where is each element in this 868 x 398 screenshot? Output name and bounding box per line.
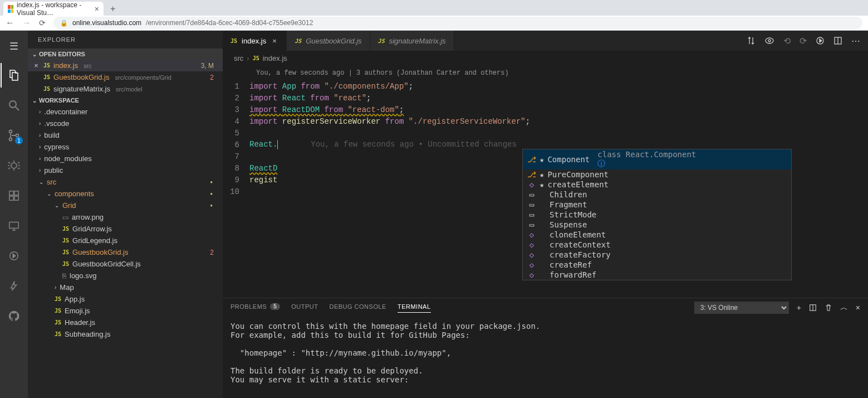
reload-button[interactable]: ⟳ <box>39 18 46 27</box>
folder-item[interactable]: ⌄Grid● <box>28 200 223 211</box>
editor-tab[interactable]: JS GuestbookGrid.js <box>287 31 370 51</box>
kill-terminal-icon[interactable] <box>825 304 832 312</box>
suggest-kind-icon: ⎇ <box>527 170 536 179</box>
suggest-item[interactable]: ▭ StrictMode <box>523 210 791 220</box>
new-tab-button[interactable]: + <box>107 4 119 14</box>
folder-item[interactable]: ⌄src● <box>28 176 223 188</box>
workspace-header[interactable]: ⌄ WORKSPACE <box>28 95 223 106</box>
suggest-item[interactable]: ◇ cloneElement <box>523 230 791 240</box>
js-file-icon: JS <box>378 38 385 44</box>
source-control-icon[interactable]: 1 <box>1 123 27 148</box>
file-item[interactable]: ▭arrow.png <box>28 211 223 223</box>
suggest-item[interactable]: ⎇ ★ PureComponent <box>523 169 791 179</box>
azure-icon[interactable] <box>1 274 27 298</box>
maximize-panel-icon[interactable]: ︿ <box>840 303 848 313</box>
folder-item[interactable]: ›public <box>28 164 223 176</box>
suggest-item[interactable]: ◇ ★ createElement <box>523 179 791 190</box>
folder-item[interactable]: ›.devcontainer <box>28 106 223 118</box>
terminal-content[interactable]: You can control this with the homepage f… <box>223 317 868 398</box>
svg-rect-9 <box>9 222 19 229</box>
file-item[interactable]: JSEmoji.js <box>28 305 223 317</box>
folder-item[interactable]: ⌄components● <box>28 188 223 200</box>
open-editor-item[interactable]: JS signatureMatrix.js src/model <box>28 83 223 95</box>
star-icon: ★ <box>540 180 544 189</box>
suggest-kind-icon: ◇ <box>527 230 536 239</box>
forward-button[interactable]: → <box>22 18 31 28</box>
open-editors-header[interactable]: ⌄ OPEN EDITORS <box>28 48 223 60</box>
suggest-item[interactable]: ◇ createContext <box>523 240 791 250</box>
folder-item[interactable]: ›node_modules <box>28 153 223 164</box>
next-change-icon[interactable]: ⟳ <box>800 36 807 46</box>
suggest-item[interactable]: ▭ Fragment <box>523 200 791 210</box>
search-icon[interactable] <box>1 93 27 118</box>
file-item[interactable]: JSGuestbookGridCell.js <box>28 258 223 270</box>
suggest-item[interactable]: ▭ Suspense <box>523 220 791 230</box>
image-file-icon: ▭ <box>62 213 68 221</box>
intellisense-widget[interactable]: ⎇ ★ Component class React.Component ⓘ⎇ ★… <box>522 149 792 280</box>
file-item[interactable]: JSGridLegend.js <box>28 235 223 246</box>
chevron-down-icon: ⌄ <box>39 179 43 185</box>
run-icon[interactable] <box>816 36 825 45</box>
more-icon[interactable]: ⋯ <box>851 36 860 46</box>
debug-icon[interactable] <box>1 153 27 178</box>
tab-output[interactable]: OUTPUT <box>291 303 318 312</box>
back-button[interactable]: ← <box>6 18 14 28</box>
app-menu-button[interactable]: ☰ <box>1 35 27 57</box>
address-bar[interactable]: 🔒 online.visualstudio.com/environment/7d… <box>53 17 862 29</box>
browser-tab[interactable]: index.js - workspace - Visual Stu… × <box>3 2 104 16</box>
file-icon: ⎘ <box>62 272 66 280</box>
file-item[interactable]: ⎘logo.svg <box>28 270 223 281</box>
tab-debug-console[interactable]: DEBUG CONSOLE <box>329 303 386 312</box>
js-file-icon: JS <box>55 296 61 302</box>
open-editor-item[interactable]: JS GuestbookGrid.js src/components/Grid … <box>28 71 223 83</box>
github-icon[interactable] <box>1 304 27 328</box>
folder-item[interactable]: ›Map <box>28 281 223 293</box>
folder-item[interactable]: ›.vscode <box>28 118 223 129</box>
editor-tab[interactable]: JS index.js × <box>223 31 287 51</box>
svg-rect-6 <box>9 196 13 200</box>
file-item[interactable]: JSSubheading.js <box>28 328 223 340</box>
file-item[interactable]: JSGuestbookGrid.js2 <box>28 246 223 258</box>
folder-item[interactable]: ›build <box>28 129 223 141</box>
close-icon[interactable]: × <box>95 4 99 13</box>
suggest-kind-icon: ◇ <box>527 270 536 279</box>
bottom-panel: PROBLEMS5 OUTPUT DEBUG CONSOLE TERMINAL … <box>223 298 868 398</box>
suggest-item[interactable]: ▭ Children <box>523 190 791 200</box>
suggest-item[interactable]: ◇ createFactory <box>523 250 791 260</box>
tab-problems[interactable]: PROBLEMS5 <box>231 303 280 312</box>
editor-tab[interactable]: JS signatureMatrix.js <box>370 31 454 51</box>
close-icon[interactable]: × <box>271 37 278 45</box>
info-icon[interactable]: ⓘ <box>597 159 605 168</box>
new-terminal-icon[interactable]: + <box>797 303 801 312</box>
file-item[interactable]: JSGridArrow.js <box>28 223 223 235</box>
compare-changes-icon[interactable] <box>747 36 756 45</box>
remote-explorer-icon[interactable] <box>1 213 27 238</box>
open-editor-item[interactable]: × JS index.js src 3, M <box>28 60 223 71</box>
suggest-item[interactable]: ◇ forwardRef <box>523 270 791 280</box>
suggest-item[interactable]: ◇ createRef <box>523 260 791 270</box>
close-icon[interactable]: × <box>32 61 40 70</box>
svg-point-11 <box>766 38 773 43</box>
breadcrumbs[interactable]: src › JS index.js <box>223 51 868 66</box>
file-item[interactable]: JSHeader.js <box>28 317 223 328</box>
extensions-icon[interactable] <box>1 183 27 208</box>
terminal-selector[interactable]: 3: VS Online <box>694 302 789 314</box>
file-item[interactable]: JSApp.js <box>28 293 223 305</box>
svg-rect-7 <box>14 196 18 200</box>
close-panel-icon[interactable]: × <box>856 303 860 312</box>
split-editor-icon[interactable] <box>833 36 842 45</box>
svg-rect-8 <box>14 191 18 195</box>
revert-icon[interactable] <box>764 37 774 45</box>
split-terminal-icon[interactable] <box>809 304 817 312</box>
chevron-right-icon: › <box>39 167 41 173</box>
folder-item[interactable]: ›cypress <box>28 141 223 153</box>
prev-change-icon[interactable]: ⟲ <box>783 36 791 46</box>
liveshare-icon[interactable] <box>1 244 27 268</box>
code-editor[interactable]: You, a few seconds ago | 3 authors (Jona… <box>223 66 868 298</box>
explorer-icon[interactable] <box>1 63 27 88</box>
tab-terminal[interactable]: TERMINAL <box>398 303 431 313</box>
suggest-kind-icon: ◇ <box>527 240 536 249</box>
suggest-item[interactable]: ⎇ ★ Component class React.Component ⓘ <box>523 149 791 169</box>
browser-chrome: index.js - workspace - Visual Stu… × + ←… <box>0 0 868 31</box>
star-icon: ★ <box>540 155 544 164</box>
